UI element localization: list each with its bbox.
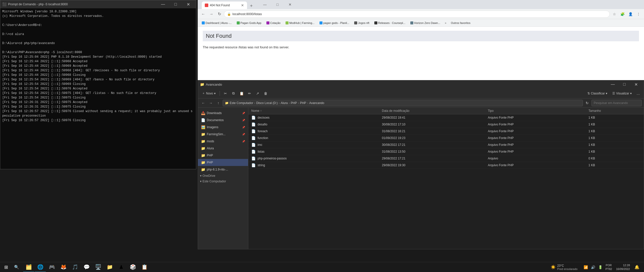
fm-minimize-button[interactable]: — — [607, 80, 619, 88]
cmd-minimize-button[interactable]: — — [157, 0, 169, 8]
menu-button[interactable]: ⋮ — [635, 11, 642, 18]
share-button[interactable]: ↗ — [254, 90, 261, 97]
table-row[interactable]: 📄foreach 31/08/2022 16:21 Arquivo Fonte … — [248, 128, 644, 135]
visualize-button[interactable]: ☰ Visualizar ▾ — [610, 90, 634, 97]
fm-maximize-button[interactable]: □ — [619, 80, 630, 88]
fm-back-button[interactable]: ← — [200, 100, 207, 106]
new-button[interactable]: ＋ Novo ▾ — [200, 90, 218, 97]
file-type-cell: Arquivo Fonte PHP — [485, 162, 585, 169]
breadcrumb-php1[interactable]: PHP — [291, 101, 297, 105]
cut-button[interactable]: ✂ — [222, 90, 229, 97]
taskbar-app-firefox[interactable]: 🦊 — [58, 262, 69, 272]
new-tab-button[interactable]: ＋ — [248, 2, 255, 9]
delete-button[interactable]: 🗑 — [262, 90, 269, 97]
refresh-button[interactable]: ↻ — [216, 11, 223, 18]
taskbar-app-display[interactable]: 🖥️ — [93, 262, 104, 272]
cmd-maximize-button[interactable]: □ — [170, 0, 181, 8]
sidebar-section-onedrive[interactable]: ▾ OneDrive — [198, 173, 248, 179]
taskbar-app-game1[interactable]: 🎮 — [46, 262, 57, 272]
clock[interactable]: 12:28 16/09/2022 — [614, 263, 632, 271]
col-type[interactable]: Tipo — [485, 108, 585, 114]
bookmark-releases[interactable]: Releases · Coursepl... — [372, 21, 407, 25]
address-bar[interactable]: 🔒 localhost:8000/listas — [224, 11, 610, 18]
taskbar-app-music[interactable]: 🎵 — [69, 262, 80, 272]
bookmark-horizon[interactable]: Horizon Zero Dawn... — [408, 21, 442, 25]
network-icon[interactable]: 📶 — [583, 265, 589, 270]
start-button[interactable]: ⊞ — [0, 262, 12, 272]
col-size[interactable]: Tamanho — [585, 108, 644, 114]
fm-close-button[interactable]: ✕ — [630, 80, 642, 88]
sidebar-item-php2[interactable]: 📁 PHP — [198, 159, 248, 166]
taskbar: ⊞ 🔍 🗂️ 🌐 🎮 🦊 🎵 💬 🖥️ 📁 ♟ — [0, 262, 644, 272]
breadcrumb-avancando[interactable]: Avancando — [309, 101, 324, 105]
cmd-close-button[interactable]: ✕ — [182, 0, 194, 8]
fm-search-input[interactable] — [591, 100, 642, 106]
taskbar-app-chess[interactable]: ♟ — [116, 262, 127, 272]
col-name[interactable]: Nome ↑ — [248, 108, 379, 114]
taskbar-app-filemanager[interactable]: 🗂️ — [23, 262, 34, 272]
battery-icon[interactable]: 🔋 — [597, 265, 603, 270]
tab-close-button[interactable]: ✕ — [241, 3, 244, 7]
notification-button[interactable]: 🔔 — [633, 262, 641, 272]
more-options-button[interactable]: … — [635, 90, 642, 97]
bookmark-jogos[interactable]: Jogos nft — [352, 21, 371, 25]
language-indicator[interactable]: POR PT82 — [605, 263, 613, 271]
rename-button[interactable]: ✏ — [246, 90, 253, 97]
table-row[interactable]: 📄decisoes 29/08/2022 19:41 Arquivo Fonte… — [248, 114, 644, 121]
taskbar-app-folder[interactable]: 📁 — [104, 262, 115, 272]
bookmark-dashboard[interactable]: Dashboard | Alura -... — [200, 21, 234, 25]
folder-icon: 📁 — [201, 146, 205, 150]
col-date[interactable]: Data de modificação — [379, 108, 485, 114]
bookmark-pagan2[interactable]: pagan gods - Planil... — [317, 21, 351, 25]
sidebar-item-php1[interactable]: 📁 PHP — [198, 152, 248, 159]
browser-minimize-button[interactable]: — — [259, 0, 271, 9]
sidebar-item-php819[interactable]: 📁 php-8.1.9-nts-... — [198, 166, 248, 173]
bookmark-label: Outros favoritos — [451, 21, 470, 24]
sidebar-item-documentos[interactable]: 📄 Documentos 📌 — [198, 117, 248, 124]
copy-button[interactable]: ⧉ — [230, 90, 237, 97]
fm-refresh-button[interactable]: ↻ — [584, 100, 590, 106]
taskbar-app-chat[interactable]: 💬 — [81, 262, 92, 272]
paste-button[interactable]: 📋 — [238, 90, 245, 97]
sidebar-item-alura[interactable]: 📁 Alura — [198, 145, 248, 152]
file-size-cell: 0 KB — [585, 155, 644, 162]
table-row[interactable]: 📄php-primeiros-passos 29/08/2022 17:21 A… — [248, 155, 644, 162]
browser-tab[interactable]: 404 Not Found ✕ — [202, 2, 247, 9]
taskbar-app-browser[interactable]: 🌐 — [35, 262, 46, 272]
sidebar-item-farming[interactable]: 📁 FarmingSim... 📌 — [198, 131, 248, 138]
fm-up-button[interactable]: ↑ — [215, 100, 222, 106]
sidebar-section-computer[interactable]: ▾ Este Computador — [198, 179, 248, 184]
taskbar-app-clipboard[interactable]: 📋 — [139, 262, 150, 272]
bookmark-star-button[interactable]: ☆ — [611, 11, 618, 18]
table-row[interactable]: 📄listas 31/08/2022 13:50 Arquivo Fonte P… — [248, 148, 644, 155]
breadcrumb-disk[interactable]: Disco Local (D:) — [256, 101, 277, 105]
back-button[interactable]: ← — [200, 11, 207, 18]
sound-icon[interactable]: 🔊 — [590, 265, 596, 270]
taskbar-app-game2[interactable]: 🎲 — [127, 262, 138, 272]
bookmark-pagan[interactable]: Pagan Gods App — [235, 21, 263, 25]
weather-widget[interactable]: ☀️ 23°C Pred ensolarado — [549, 262, 580, 272]
browser-close-button[interactable]: ✕ — [284, 0, 296, 9]
classify-button[interactable]: ⇅ Classificar ▾ — [585, 90, 609, 97]
fm-forward-button[interactable]: → — [208, 100, 214, 106]
sidebar-item-downloads[interactable]: 📥 Downloads 📌 — [198, 110, 248, 117]
bookmark-outros[interactable]: Outros favoritos — [449, 21, 472, 25]
breadcrumb-computer[interactable]: Este Computador — [230, 101, 253, 105]
bookmark-cotacao[interactable]: Cotação — [264, 21, 283, 25]
sidebar-item-mods[interactable]: 📁 mods 📌 — [198, 138, 248, 145]
forward-button[interactable]: → — [208, 11, 215, 18]
extensions-button[interactable]: 🧩 — [619, 11, 626, 18]
browser-maximize-button[interactable]: □ — [272, 0, 283, 9]
table-row[interactable]: 📄function 01/09/2022 19:23 Arquivo Fonte… — [248, 135, 644, 142]
table-row[interactable]: 📄desafio 30/08/2022 17:10 Arquivo Fonte … — [248, 121, 644, 128]
bookmarks-more-button[interactable]: » — [443, 21, 448, 25]
profile-button[interactable]: 👤 — [627, 11, 634, 18]
sidebar-item-imagens[interactable]: 🖼️ Imagens 📌 — [198, 124, 248, 131]
breadcrumb-alura[interactable]: Alura — [281, 101, 288, 105]
table-row[interactable]: 📄imc 30/08/2022 17:21 Arquivo Fonte PHP … — [248, 142, 644, 148]
table-row[interactable]: 📄string 29/08/2022 19:30 Arquivo Fonte P… — [248, 162, 644, 169]
breadcrumb-php2[interactable]: PHP — [300, 101, 306, 105]
taskbar-search-button[interactable]: 🔍 — [12, 262, 21, 272]
bookmark-modhub[interactable]: ModHub | Farming... — [284, 21, 316, 25]
file-name: decisoes — [258, 116, 269, 119]
